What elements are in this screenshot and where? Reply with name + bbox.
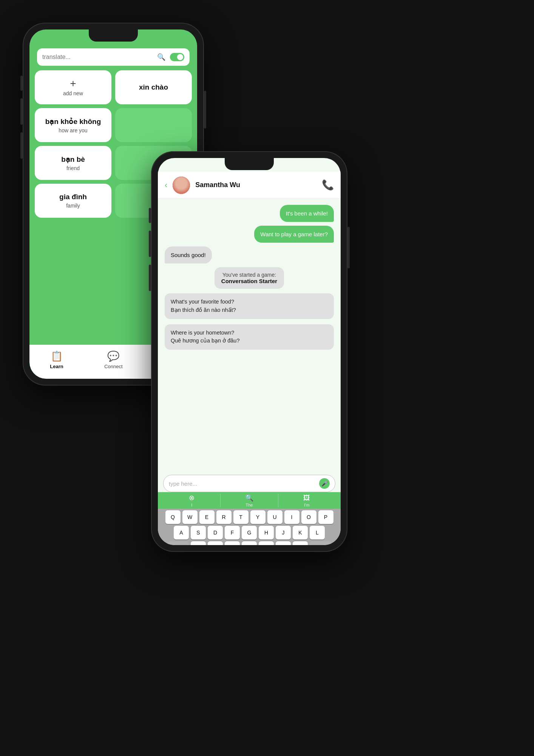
key-n[interactable]: N [276,541,291,545]
back-button[interactable]: ‹ [165,180,167,190]
search-input[interactable] [42,54,154,60]
key-q[interactable]: Q [165,510,181,524]
keyboard-keys: Q W E R T Y U I O P A S D F G [158,509,341,545]
search-bar[interactable]: 🔍 [37,48,190,66]
kb-tool-delete[interactable]: ⊗ I [163,494,220,507]
key-r[interactable]: R [216,510,232,524]
search-icon: 🔍 [157,53,165,61]
vocab-card-gia-dinh[interactable]: gia đình family [35,184,111,218]
message-bubble: Sounds good! [165,246,212,263]
nav-connect-label: Connect [104,364,122,369]
kb-label-i: I [191,503,192,507]
vocab-foreign: xin chào [139,83,168,91]
add-new-card[interactable]: + add new [35,70,111,104]
image-icon: 🖼 [303,494,310,502]
nav-learn-label: Learn [50,364,63,369]
vocab-translation: family [66,203,80,209]
question-en: Where is your hometown? [171,329,328,337]
vocab-foreign: bạn khỏe không [45,117,101,126]
vocab-foreign: bạn bè [61,155,85,164]
key-m[interactable]: M [293,541,308,545]
add-icon: + [70,78,76,89]
question-card-2: Where is your hometown? Quê hương của bạ… [165,324,334,350]
phone2-screen: ‹ Samantha Wu 📞 It's been a while! Want … [158,158,341,545]
phone2-shell: ‹ Samantha Wu 📞 It's been a while! Want … [151,151,347,552]
key-l[interactable]: L [310,526,325,539]
learn-icon: 📋 [51,350,63,362]
question-vn: Quê hương của bạn ở đâu? [171,337,328,345]
key-k[interactable]: K [293,526,308,539]
key-a[interactable]: A [174,526,189,539]
keyboard: ⊗ I 🔍 The 🖼 I'm Q W E R [158,492,341,545]
key-u[interactable]: U [267,510,282,524]
mic-button[interactable]: 🎤 [319,478,330,489]
search-kb-icon: 🔍 [245,494,253,502]
key-v[interactable]: V [242,541,257,545]
call-button[interactable]: 📞 [322,179,334,191]
key-y[interactable]: Y [250,510,265,524]
key-z[interactable]: Z [191,541,206,545]
contact-avatar [173,177,190,194]
game-name: Conversation Starter [221,278,277,284]
key-b[interactable]: B [259,541,274,545]
key-row-3: ⇧ Z X C V B N M ⌫ [160,541,338,545]
nav-learn[interactable]: 📋 Learn [50,350,63,369]
delete-icon: ⊗ [189,494,194,502]
key-o[interactable]: O [301,510,316,524]
key-d[interactable]: D [208,526,223,539]
key-p[interactable]: P [318,510,333,524]
vocab-card-placeholder[interactable] [115,108,192,142]
message-bubble: Want to play a game later? [254,226,334,243]
game-start-text: You've started a game: [222,272,276,278]
question-en: What's your favorite food? [171,298,328,306]
phone2-notch [225,158,274,170]
game-start-card: You've started a game: Conversation Star… [215,267,284,289]
key-w[interactable]: W [182,510,198,524]
keyboard-toolbar: ⊗ I 🔍 The 🖼 I'm [158,492,341,509]
kb-label-im: I'm [304,503,309,507]
add-label: add new [63,90,83,96]
vocab-translation: friend [66,165,80,171]
key-x[interactable]: X [208,541,223,545]
vocab-card-ban-khoe[interactable]: bạn khỏe không how are you [35,108,111,142]
kb-label-the: The [246,503,253,507]
vocab-translation: how are you [59,127,87,133]
message-bubble: It's been a while! [280,205,334,222]
kb-tool-image[interactable]: 🖼 I'm [278,494,335,507]
chat-header: ‹ Samantha Wu 📞 [158,172,341,199]
key-t[interactable]: T [233,510,248,524]
type-placeholder: type here... [169,480,319,487]
question-card-1: What's your favorite food? Bạn thích đồ … [165,293,334,319]
key-f[interactable]: F [225,526,240,539]
type-input-bar[interactable]: type here... 🎤 [163,475,335,492]
key-j[interactable]: J [276,526,291,539]
key-delete[interactable]: ⌫ [310,541,331,545]
key-shift[interactable]: ⇧ [168,541,189,545]
question-vn: Bạn thích đồ ăn nào nhất? [171,306,328,314]
kb-tool-search[interactable]: 🔍 The [220,494,278,507]
key-e[interactable]: E [199,510,215,524]
key-c[interactable]: C [225,541,240,545]
key-h[interactable]: H [259,526,274,539]
nav-connect[interactable]: 💬 Connect [104,350,122,369]
key-s[interactable]: S [191,526,206,539]
phone1-notch [89,29,138,42]
connect-icon: 💬 [107,350,119,362]
vocab-card-xin-chao[interactable]: xin chào [115,70,192,104]
vocab-foreign: gia đình [59,193,87,201]
language-toggle[interactable] [170,53,184,61]
key-row-2: A S D F G H J K L [160,526,338,539]
key-g[interactable]: G [242,526,257,539]
chat-messages: It's been a while! Want to play a game l… [158,199,341,466]
key-row-1: Q W E R T Y U I O P [160,510,338,524]
vocab-card-ban-be[interactable]: bạn bè friend [35,146,111,180]
key-i[interactable]: I [284,510,299,524]
contact-name: Samantha Wu [195,181,316,189]
